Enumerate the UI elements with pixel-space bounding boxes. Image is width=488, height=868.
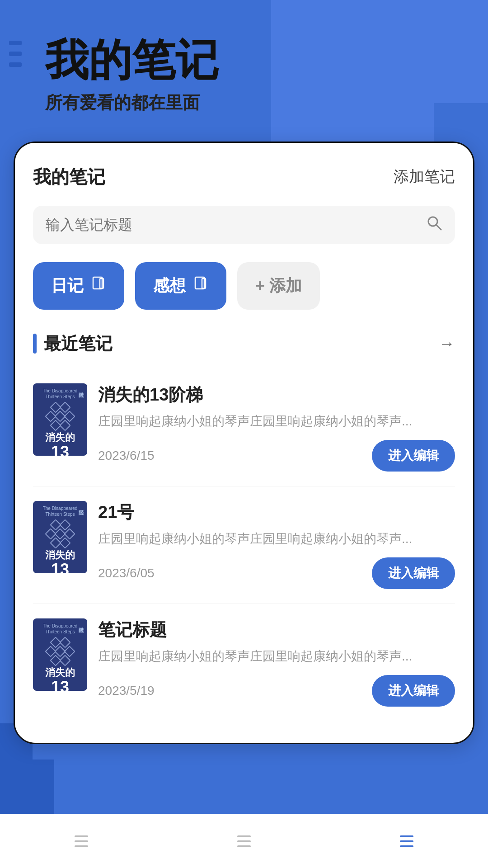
- nav-item-2[interactable]: [235, 832, 253, 851]
- icon-bar-2: [9, 52, 22, 56]
- note-item-1: The DisappearedThirteen Steps: [33, 369, 455, 486]
- section-bar: [33, 334, 37, 354]
- note-title-3: 笔记标题: [98, 618, 455, 642]
- svg-rect-6: [75, 835, 88, 837]
- section-title: 最近笔记: [44, 332, 113, 355]
- note-preview-2: 庄园里响起康纳小姐的琴声庄园里响起康纳小姐的琴声...: [98, 529, 455, 548]
- book-top-text-1: The DisappearedThirteen Steps: [43, 388, 78, 400]
- note-footer-1: 2023/6/15 进入编辑: [98, 440, 455, 472]
- book-big-text-3: 消失的: [45, 667, 75, 678]
- category-row: 日记 感想 + 添加: [33, 262, 455, 310]
- thoughts-icon: [193, 276, 208, 295]
- note-content-1: 消失的13阶梯 庄园里响起康纳小姐的琴声庄园里响起康纳小姐的琴声... 2023…: [98, 383, 455, 472]
- book-diamonds-3: [47, 638, 74, 665]
- book-top-text-3: The DisappearedThirteen Steps: [43, 623, 78, 635]
- note-item-3: The DisappearedThirteen Steps: [33, 604, 455, 721]
- category-add-button[interactable]: + 添加: [237, 262, 320, 310]
- thoughts-label: 感想: [153, 275, 186, 297]
- section-header: 最近笔记 →: [33, 332, 455, 355]
- nav-item-3[interactable]: [397, 832, 416, 851]
- book-diamonds-1: [47, 403, 74, 429]
- search-bar: [33, 206, 455, 244]
- diary-icon: [91, 276, 106, 295]
- nav-icon-2: [235, 832, 253, 851]
- page-title: 我的笔记: [45, 36, 461, 84]
- note-date-2: 2023/6/05: [98, 566, 155, 580]
- nav-item-1[interactable]: [72, 832, 91, 851]
- svg-rect-8: [75, 845, 88, 847]
- section-title-wrap: 最近笔记: [33, 332, 113, 355]
- search-icon[interactable]: [426, 215, 442, 235]
- add-note-button[interactable]: 添加笔记: [394, 166, 455, 187]
- page-subtitle: 所有爱看的都在里面: [45, 91, 461, 114]
- note-title-2: 21号: [98, 501, 455, 524]
- note-content-2: 21号 庄园里响起康纳小姐的琴声庄园里响起康纳小姐的琴声... 2023/6/0…: [98, 501, 455, 589]
- note-date-3: 2023/5/19: [98, 684, 155, 698]
- main-card: 我的笔记 添加笔记 日记 感想: [14, 142, 474, 744]
- category-thoughts-button[interactable]: 感想: [135, 262, 226, 310]
- edit-button-2[interactable]: 进入编辑: [372, 557, 455, 589]
- svg-rect-7: [75, 840, 88, 842]
- svg-rect-14: [400, 845, 413, 847]
- add-label: + 添加: [255, 275, 302, 297]
- note-preview-1: 庄园里响起康纳小姐的琴声庄园里响起康纳小姐的琴声...: [98, 412, 455, 431]
- note-item-2: The DisappearedThirteen Steps: [33, 486, 455, 604]
- book-top-text-2: The DisappearedThirteen Steps: [43, 505, 78, 517]
- card-header: 我的笔记 添加笔记: [33, 165, 455, 189]
- category-diary-button[interactable]: 日记: [33, 262, 124, 310]
- icon-bar-1: [9, 41, 22, 45]
- svg-line-1: [436, 225, 441, 230]
- header-icon-bars: [9, 41, 22, 67]
- note-preview-3: 庄园里响起康纳小姐的琴声庄园里响起康纳小姐的琴声...: [98, 647, 455, 666]
- note-content-3: 笔记标题 庄园里响起康纳小姐的琴声庄园里响起康纳小姐的琴声... 2023/5/…: [98, 618, 455, 707]
- book-cover-1: The DisappearedThirteen Steps: [33, 383, 87, 456]
- note-footer-2: 2023/6/05 进入编辑: [98, 557, 455, 589]
- book-diamonds-2: [47, 521, 74, 547]
- book-big-text-1: 消失的: [45, 432, 75, 443]
- notes-list: The DisappearedThirteen Steps: [33, 369, 455, 721]
- bottom-nav: [0, 814, 488, 868]
- svg-rect-13: [400, 840, 413, 842]
- svg-rect-12: [400, 835, 413, 837]
- book-num-3: 13: [51, 679, 69, 691]
- book-num-2: 13: [51, 561, 69, 573]
- search-input[interactable]: [46, 217, 426, 233]
- book-num-1: 13: [51, 444, 69, 456]
- book-cover-3: The DisappearedThirteen Steps: [33, 618, 87, 691]
- nav-icon-1: [72, 832, 91, 851]
- note-date-1: 2023/6/15: [98, 448, 155, 463]
- note-footer-3: 2023/5/19 进入编辑: [98, 675, 455, 707]
- svg-rect-10: [237, 840, 251, 842]
- header-area: 我的笔记 所有爱看的都在里面: [0, 0, 488, 132]
- edit-button-1[interactable]: 进入编辑: [372, 440, 455, 472]
- edit-button-3[interactable]: 进入编辑: [372, 675, 455, 707]
- book-big-text-2: 消失的: [45, 550, 75, 561]
- card-title: 我的笔记: [33, 165, 105, 189]
- icon-bar-3: [9, 62, 22, 67]
- nav-icon-3: [397, 832, 416, 851]
- note-title-1: 消失的13阶梯: [98, 383, 455, 406]
- svg-rect-11: [237, 845, 251, 847]
- book-cover-2: The DisappearedThirteen Steps: [33, 501, 87, 573]
- diary-label: 日记: [51, 275, 84, 297]
- svg-rect-9: [237, 835, 251, 837]
- section-more-arrow[interactable]: →: [439, 334, 455, 353]
